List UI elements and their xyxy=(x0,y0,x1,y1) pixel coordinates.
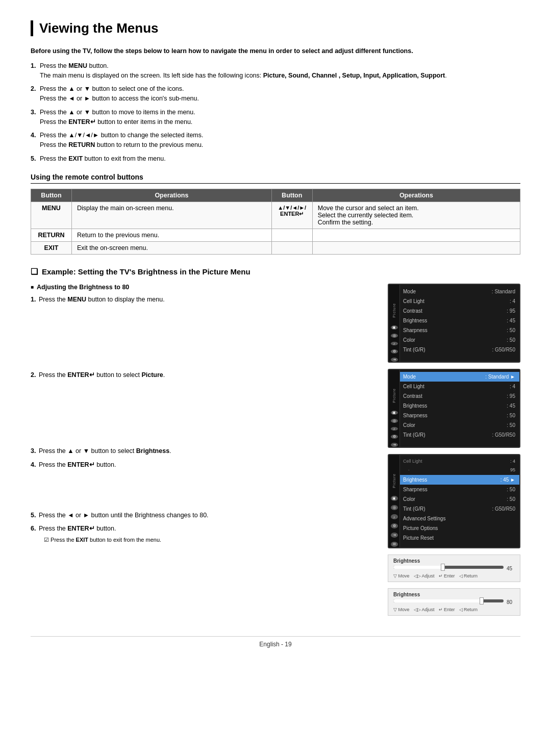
step-4: 4. Press the ▲/▼/◄/► button to change th… xyxy=(31,131,520,150)
example-body: Adjusting the Brightness to 80 1. Press … xyxy=(31,284,520,616)
example-steps-list: 1. Press the MENU button to display the … xyxy=(31,295,372,545)
tv-row: Mode: Standard xyxy=(400,287,519,296)
table-row: EXIT Exit the on-screen menu. xyxy=(31,241,520,254)
sidebar-icon-4c: ⚙ xyxy=(391,523,398,528)
sidebar-icon-1b: ▣ xyxy=(391,411,398,415)
step-5: 5. Press the EXIT button to exit from th… xyxy=(31,154,520,164)
tv-row: Color: 50 xyxy=(400,494,519,504)
note-icon: ☑ xyxy=(44,537,49,543)
page-title: Viewing the Menus xyxy=(31,20,520,36)
tv-row: Contrast: 95 xyxy=(400,306,519,316)
sidebar-icon-1c: ▣ xyxy=(391,496,398,501)
page-footer: English - 19 xyxy=(31,636,520,648)
nav-adjust2: ◁▷ Adjust xyxy=(414,607,435,612)
tv-screenshot-3: Picture ▣ ◎ ♪ ⚙ ⇥ ✉ Cell Light: 4 ·95 Br… xyxy=(388,454,520,548)
op-return: Return to the previous menu. xyxy=(72,229,272,241)
slider2-track xyxy=(393,599,504,602)
step4-return: RETURN xyxy=(68,141,95,148)
sidebar-icon-2c: ◎ xyxy=(391,505,398,510)
tv-row: Picture Options xyxy=(400,523,519,533)
tv-menu-1: Mode: Standard Cell Light: 4 Contrast: 9… xyxy=(400,285,519,357)
remote-section-title: Using the remote control buttons xyxy=(31,173,520,184)
empty-btn2 xyxy=(271,241,312,254)
tv-menu-3: Cell Light: 4 ·95 Brightness: 45 ► Sharp… xyxy=(400,455,519,545)
tv-screenshot-2: Picture ▣ ◎ ♪ ⚙ ⇥ ✉ Mode: Standard ► Cel… xyxy=(388,369,520,448)
example-steps-panel: Adjusting the Brightness to 80 1. Press … xyxy=(31,284,372,616)
sidebar-icon-3b: ♪ xyxy=(391,427,398,431)
tv-row: Sharpness: 50 xyxy=(400,411,519,420)
op-nav: Move the cursor and select an item. Sele… xyxy=(312,201,520,229)
btn-return: RETURN xyxy=(31,229,72,241)
nav-enter: ↵ Enter xyxy=(439,573,455,578)
empty-btn xyxy=(271,229,312,241)
tv-row: Picture Reset xyxy=(400,533,519,543)
slider2-nav: ▽ Move ◁▷ Adjust ↵ Enter ◁ Return xyxy=(393,607,515,612)
col-button1: Button xyxy=(31,189,72,201)
tv-row: ·95 xyxy=(400,466,519,475)
slider2-value: 80 xyxy=(507,599,515,605)
op-exit: Exit the on-screen menu. xyxy=(72,241,272,254)
tv-menu-2: Mode: Standard ► Cell Light: 4 Contrast:… xyxy=(400,370,519,442)
remote-control-table: Button Operations Button Operations MENU… xyxy=(31,189,520,255)
tv-row: Brightness: 45 xyxy=(400,401,519,411)
tv-row: Advanced Settings xyxy=(400,514,519,523)
col-button2: Button xyxy=(271,189,312,201)
tv-row: Cell Light: 4 xyxy=(400,457,519,466)
intro-text: Before using the TV, follow the steps be… xyxy=(31,46,520,56)
table-row: RETURN Return to the previous menu. xyxy=(31,229,520,241)
tv-row: Cell Light: 4 xyxy=(400,296,519,306)
step1-icons: Picture, Sound, Channel , Setup, Input, … xyxy=(263,72,445,79)
ex-step-2: 2. Press the ENTER↵ button to select Pic… xyxy=(31,370,372,380)
sidebar-icon-2: ◎ xyxy=(391,334,398,338)
ex-step-4: 4. Press the ENTER↵ button. xyxy=(31,460,372,470)
nav-move2: ▽ Move xyxy=(393,607,410,612)
sidebar-icon-4: ⚙ xyxy=(391,349,398,354)
sub-section-title: Adjusting the Brightness to 80 xyxy=(31,284,372,291)
tv-row-brightness-highlighted: Brightness: 45 ► xyxy=(400,475,519,485)
sidebar-icon-2b: ◎ xyxy=(391,419,398,423)
sidebar-icon-5c: ⇥ xyxy=(391,533,398,538)
tv-row: Cell Light: 4 xyxy=(400,382,519,391)
ex-step-1: 1. Press the MENU button to display the … xyxy=(31,295,372,305)
tv-row: Color: 50 xyxy=(400,335,519,345)
sidebar-icon-3: ♪ xyxy=(391,342,398,345)
step-1: 1. Press the MENU button. The main menu … xyxy=(31,61,520,81)
sidebar-icon-1: ▣ xyxy=(391,325,398,330)
nav-move: ▽ Move xyxy=(393,573,410,578)
empty-op xyxy=(312,229,520,241)
slider1-thumb xyxy=(441,564,445,571)
tv-row: Tint (G/R): G50/R50 xyxy=(400,430,519,440)
tv-row: Tint (G/R): G50/R50 xyxy=(400,504,519,514)
tv-row: Tint (G/R): G50/R50 xyxy=(400,345,519,355)
empty-op2 xyxy=(312,241,520,254)
tv-slider-80: Brightness 80 ▽ Move ◁▷ Adjust ↵ Enter ◁… xyxy=(388,588,520,616)
sidebar-icon-5b: ⇥ xyxy=(391,443,398,447)
nav-adjust: ◁▷ Adjust xyxy=(414,573,435,578)
tv-row-highlighted: Mode: Standard ► xyxy=(400,372,519,382)
col-operations2: Operations xyxy=(312,189,520,201)
slider2-thumb xyxy=(480,597,484,604)
btn-nav: ▲/▼/◄/►/ ENTER↵ xyxy=(271,201,312,229)
op-menu: Display the main on-screen menu. xyxy=(72,201,272,229)
slider1-label: Brightness xyxy=(393,558,515,564)
tv-row: Sharpness: 50 xyxy=(400,485,519,494)
step-3: 3. Press the ▲ or ▼ button to move to it… xyxy=(31,108,520,127)
tv-row: Contrast: 95 xyxy=(400,391,519,401)
nav-return: ◁ Return xyxy=(459,573,478,578)
slider1-value: 45 xyxy=(507,566,515,571)
example-screenshots-panel: Picture ▣ ◎ ♪ ⚙ ⇥ ✉ Mode: Standard Cell … xyxy=(388,284,520,616)
nav-enter2: ↵ Enter xyxy=(439,607,455,612)
example-title: Example: Setting the TV's Brightness in … xyxy=(31,267,520,276)
nav-return2: ◁ Return xyxy=(459,607,478,612)
step3-enter: ENTER↵ xyxy=(68,118,95,125)
tv-sidebar-2: Picture ▣ ◎ ♪ ⚙ ⇥ ✉ xyxy=(389,370,400,447)
sidebar-icon-4b: ⚙ xyxy=(391,435,398,439)
sidebar-icon-3c: ♪ xyxy=(391,514,398,519)
slider1-track xyxy=(393,566,504,569)
tv-sidebar-3: Picture ▣ ◎ ♪ ⚙ ⇥ ✉ xyxy=(389,455,400,547)
step1-bold: MENU xyxy=(68,62,87,69)
sidebar-icon-5: ⇥ xyxy=(391,358,398,362)
sidebar-icon-6c: ✉ xyxy=(391,542,398,547)
btn-exit: EXIT xyxy=(31,241,72,254)
tv-row: Sharpness: 50 xyxy=(400,325,519,335)
